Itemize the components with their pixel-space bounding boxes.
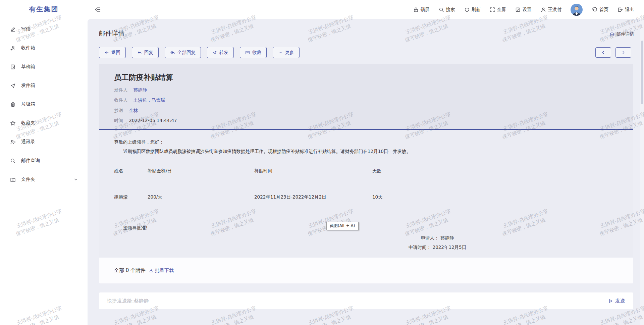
body-paragraph: 近期福田区数据团队成员胡鹏濠被抽调沙头街道参加疫情数据处理工作。现根据防疫补贴标… [123,149,559,155]
to-contacts[interactable]: 王洪哲，马雪瑶 [133,97,165,103]
star-icon [10,120,16,126]
more-icon [278,50,283,55]
sidebar-item-compose[interactable]: 写信 [0,20,88,39]
mail-cc-row: 抄送 全林 [114,107,618,113]
send-icon [608,299,613,304]
contacts-icon [10,139,16,145]
favorite-label: 收藏 [252,50,261,56]
body-greeting: 尊敬的上级领导，您好： [114,139,164,145]
main-content: 邮件详情 邮件详情 返回 [88,19,644,325]
applicant-line: 申请人： 蔡静静 [370,235,504,241]
more-label: 更多 [285,50,294,56]
mail-pager [595,47,631,58]
current-user[interactable]: 王洪哲 [541,7,562,13]
topbar: 锁屏 搜索 刷新 [0,0,644,19]
settings-label: 设置 [523,7,532,13]
reply-button[interactable]: 回复 [132,47,159,58]
table-cell-period: 2022年11月23日-2022年12月2日 [254,194,326,200]
mail-detail-card: 员工防疫补贴结算 发件人 蔡静静 收件人 王洪哲，马雪瑶 抄送 全林 时间 20… [99,64,633,283]
fullscreen-label: 全屏 [497,7,506,13]
send-button[interactable]: 发送 [608,298,625,304]
forward-label: 转发 [219,50,228,56]
mail-search-icon [10,158,16,164]
drafts-icon [10,64,16,70]
refresh-icon [464,7,470,12]
sidebar-item-inbox[interactable]: 收件箱 [0,39,88,57]
sidebar-item-mail-search[interactable]: 邮件查询 [0,151,88,170]
favorite-button[interactable]: 收藏 [240,47,267,58]
home-button[interactable]: 首页 [592,7,608,13]
forward-button[interactable]: 转发 [207,47,234,58]
reply-all-label: 全部回复 [177,50,196,56]
avatar[interactable] [571,4,583,16]
table-header-period: 补贴时间 [254,168,272,174]
attachments-summary: 全部 0 个附件 [114,267,146,274]
cc-label: 抄送 [114,108,123,113]
mail-subject: 员工防疫补贴结算 [114,72,618,83]
chevron-left-icon [601,51,605,54]
to-label: 收件人 [114,97,128,103]
download-icon [149,268,154,273]
menu-fold-icon[interactable] [95,7,101,12]
table-header-name: 姓名 [114,168,123,174]
back-button[interactable]: 返回 [99,47,126,58]
lock-screen-button[interactable]: 锁屏 [413,7,430,13]
sidebar: 有生集团 写信 收件箱 [0,0,88,325]
folder-plus-icon [10,177,16,182]
back-arrow-icon [104,50,109,55]
apply-time-line: 申请时间： 2022年12月5日 [370,245,504,251]
quick-send-input[interactable] [107,298,608,304]
reply-all-button[interactable]: 全部回复 [165,47,201,58]
current-user-name: 王洪哲 [548,7,562,13]
app-logo: 有生集团 [0,5,88,14]
signature-block: 申请人： 蔡静静 申请时间： 2022年12月5日 [370,235,504,251]
prev-mail-button[interactable] [595,47,611,58]
fullscreen-button[interactable]: 全屏 [490,7,506,13]
mail-time-row: 时间 2022-12-05 14:44:47 [114,117,618,123]
compose-icon [10,26,16,32]
chevron-down-icon [73,177,79,181]
search-label: 搜索 [446,7,455,13]
sidebar-item-favorites[interactable]: 收藏夹 [0,114,88,132]
mail-body: 尊敬的上级领导，您好： 近期福田区数据团队成员胡鹏濠被抽调沙头街道参加疫情数据处… [99,130,633,258]
search-icon [439,7,444,12]
search-button[interactable]: 搜索 [439,7,455,13]
table-cell-days: 10天 [372,194,383,200]
mail-header: 员工防疫补贴结算 发件人 蔡静静 收件人 王洪哲，马雪瑶 抄送 全林 时间 20… [99,64,633,129]
send-label: 发送 [615,298,625,304]
time-label: 时间 [114,118,123,123]
batch-download-label: 批量下载 [155,268,174,274]
more-button[interactable]: 更多 [273,47,300,58]
mail-to-row: 收件人 王洪哲，马雪瑶 [114,97,618,103]
next-mail-button[interactable] [615,47,631,58]
home-icon [592,7,597,12]
cc-contact[interactable]: 全林 [129,108,138,113]
sidebar-item-trash[interactable]: 垃圾箱 [0,95,88,114]
refresh-button[interactable]: 刷新 [464,7,481,13]
home-label: 首页 [599,7,608,13]
sidebar-item-drafts[interactable]: 草稿箱 [0,57,88,76]
from-label: 发件人 [114,87,128,93]
topbar-actions: 锁屏 搜索 刷新 [413,4,644,16]
mail-app-window: 锁屏 搜索 刷新 [0,0,644,325]
sidebar-item-folders[interactable]: 文件夹 [0,170,88,189]
breadcrumb-label: 邮件详情 [616,31,634,37]
reply-icon [137,50,142,55]
table-cell-amount: 200/天 [148,194,162,200]
logout-icon [618,7,623,12]
lock-icon [413,7,419,12]
scrollbar-thumb[interactable] [641,41,643,104]
sent-icon [10,83,16,89]
sidebar-item-contacts[interactable]: 通讯录 [0,132,88,151]
trash-icon [10,102,16,107]
refresh-label: 刷新 [472,7,481,13]
settings-button[interactable]: 设置 [515,7,532,13]
lock-screen-label: 锁屏 [421,7,430,13]
sidebar-item-sent[interactable]: 发件箱 [0,76,88,95]
scrollbar-track [640,19,644,325]
logout-button[interactable]: 退出 [618,7,634,13]
from-contact[interactable]: 蔡静静 [133,87,147,93]
batch-download-link[interactable]: 批量下载 [149,268,174,274]
table-header-days: 天数 [372,168,381,174]
mail-toolbar: 返回 回复 全部回复 [99,47,300,58]
